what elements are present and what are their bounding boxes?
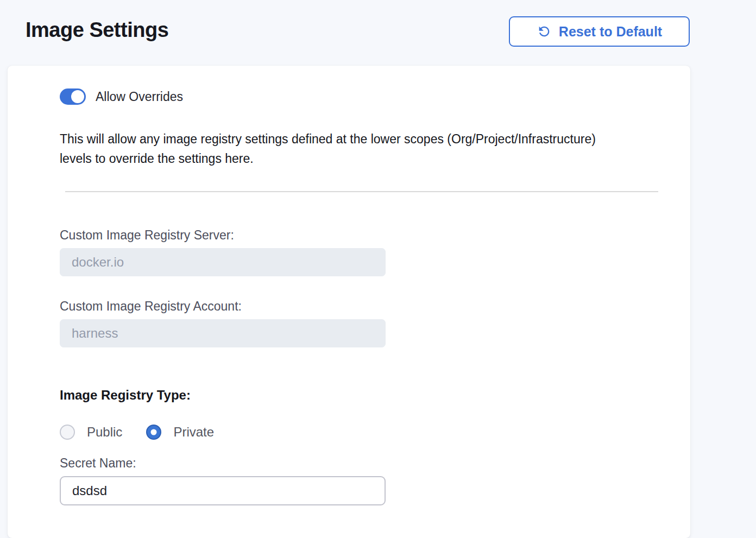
- divider: [65, 191, 658, 192]
- registry-server-input: [60, 248, 386, 276]
- page-title: Image Settings: [26, 18, 168, 42]
- allow-overrides-toggle[interactable]: [60, 88, 86, 105]
- allow-overrides-row: Allow Overrides: [60, 88, 662, 105]
- description-line-1: This will allow any image registry setti…: [60, 129, 662, 149]
- radio-public-label: Public: [87, 425, 122, 440]
- reset-icon: [537, 24, 552, 39]
- description-line-2: levels to override the settings here.: [60, 149, 662, 168]
- radio-private[interactable]: Private: [146, 425, 214, 440]
- overrides-description: This will allow any image registry setti…: [60, 129, 662, 168]
- secret-name-input[interactable]: [60, 476, 386, 505]
- registry-server-label: Custom Image Registry Server:: [60, 228, 662, 243]
- reset-button-label: Reset to Default: [559, 24, 662, 40]
- registry-account-input: [60, 319, 386, 347]
- radio-public[interactable]: Public: [60, 425, 122, 440]
- radio-private-circle[interactable]: [146, 425, 161, 440]
- page-header: Image Settings Reset to Default: [0, 0, 756, 66]
- registry-account-label: Custom Image Registry Account:: [60, 299, 662, 314]
- allow-overrides-label: Allow Overrides: [96, 90, 183, 104]
- toggle-knob: [71, 90, 84, 103]
- radio-private-label: Private: [173, 425, 214, 440]
- registry-type-label: Image Registry Type:: [60, 388, 662, 403]
- radio-public-circle[interactable]: [60, 425, 75, 440]
- reset-to-default-button[interactable]: Reset to Default: [509, 16, 690, 47]
- secret-name-label: Secret Name:: [60, 456, 662, 471]
- registry-type-radio-group: Public Private: [60, 425, 662, 440]
- image-settings-card: Allow Overrides This will allow any imag…: [8, 66, 690, 538]
